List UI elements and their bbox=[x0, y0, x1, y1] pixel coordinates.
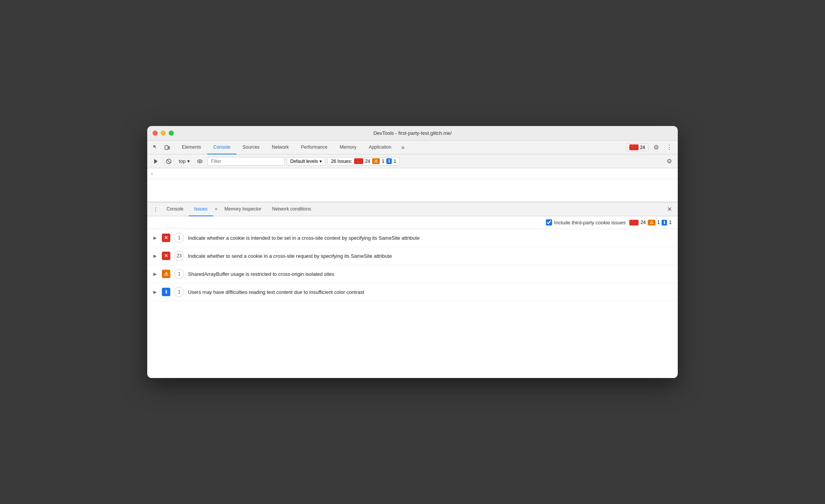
window-title: DevTools - first-party-test.glitch.me/ bbox=[373, 130, 452, 136]
svg-line-4 bbox=[167, 160, 170, 163]
maximize-button[interactable] bbox=[169, 131, 174, 136]
pill-error-badge: 🚫 bbox=[354, 158, 363, 164]
issue-row[interactable]: ▶ ✕ 1 Indicate whether a cookie is inten… bbox=[147, 229, 678, 247]
issue-count-bubble: 1 bbox=[174, 233, 184, 243]
tab-sources[interactable]: Sources bbox=[236, 141, 266, 154]
live-expression-button[interactable] bbox=[195, 156, 205, 167]
issue-row[interactable]: ▶ ✕ 23 Indicate whether to send a cookie… bbox=[147, 247, 678, 265]
expand-chevron[interactable]: › bbox=[151, 171, 153, 176]
issues-toolbar: Include third-party cookie issues 🚫 24 ⚠… bbox=[147, 216, 678, 229]
drawer-tab-console[interactable]: Console bbox=[161, 202, 189, 216]
device-toolbar-button[interactable] bbox=[162, 142, 173, 153]
error-count: 24 bbox=[640, 145, 645, 150]
drawer-tab-issues[interactable]: Issues bbox=[189, 202, 213, 216]
tab-console[interactable]: Console bbox=[207, 141, 236, 154]
more-options-button[interactable]: ⋮ bbox=[664, 142, 675, 153]
issues-count-right: 🚫 24 ⚠ 1 ℹ 1 bbox=[629, 220, 672, 225]
minimize-button[interactable] bbox=[161, 131, 166, 136]
issue-expand-chevron: ▶ bbox=[153, 272, 158, 277]
devtools-window: DevTools - first-party-test.glitch.me/ bbox=[147, 126, 678, 378]
issues-warning-badge: ⚠ bbox=[648, 220, 655, 225]
issue-count-bubble: 1 bbox=[174, 269, 184, 279]
issue-text: SharedArrayBuffer usage is restricted to… bbox=[188, 271, 672, 277]
issue-expand-chevron: ▶ bbox=[153, 254, 158, 259]
drawer-tab-memory-inspector[interactable]: Memory Inspector bbox=[219, 202, 267, 216]
issue-row[interactable]: ▶ ℹ 1 Users may have difficulties readin… bbox=[147, 283, 678, 301]
console-toolbar: top ▾ Default levels ▾ 26 Issues: 🚫 24 ⚠… bbox=[147, 154, 678, 168]
svg-rect-0 bbox=[165, 146, 168, 149]
issues-pill[interactable]: 26 Issues: 🚫 24 ⚠ 1 ℹ 1 bbox=[328, 157, 399, 166]
close-issues-tab-button[interactable]: ✕ bbox=[213, 206, 219, 212]
tab-application[interactable]: Application bbox=[363, 141, 398, 154]
console-settings-button[interactable]: ⚙ bbox=[664, 156, 675, 167]
third-party-checkbox[interactable] bbox=[546, 219, 552, 225]
more-tabs-button[interactable]: » bbox=[398, 142, 408, 153]
error-badge: 🚫 bbox=[629, 144, 639, 150]
pill-info-badge: ℹ bbox=[386, 158, 392, 164]
issue-text: Indicate whether a cookie is intended to… bbox=[188, 235, 672, 241]
devtools-content: Elements Console Sources Network Perform… bbox=[147, 141, 678, 378]
tab-elements[interactable]: Elements bbox=[176, 141, 207, 154]
pill-warning-badge: ⚠ bbox=[372, 158, 380, 164]
titlebar: DevTools - first-party-test.glitch.me/ bbox=[147, 126, 678, 141]
drawer-tab-bar: ⋮ Console Issues ✕ Memory Inspector Netw… bbox=[147, 202, 678, 216]
issue-count-bubble: 1 bbox=[174, 287, 184, 297]
issue-expand-chevron: ▶ bbox=[153, 290, 158, 295]
console-expand-row: › bbox=[147, 168, 678, 179]
console-area bbox=[147, 179, 678, 202]
svg-point-6 bbox=[199, 161, 201, 162]
close-drawer-button[interactable]: ✕ bbox=[664, 204, 675, 215]
traffic-lights bbox=[153, 131, 174, 136]
close-button[interactable] bbox=[153, 131, 158, 136]
tab-memory[interactable]: Memory bbox=[334, 141, 363, 154]
issues-error-badge: 🚫 bbox=[629, 220, 639, 225]
issue-expand-chevron: ▶ bbox=[153, 235, 158, 240]
context-selector[interactable]: top ▾ bbox=[176, 158, 192, 165]
top-tab-bar: Elements Console Sources Network Perform… bbox=[147, 141, 678, 154]
tab-performance[interactable]: Performance bbox=[295, 141, 334, 154]
settings-button[interactable]: ⚙ bbox=[651, 142, 662, 153]
issue-text: Users may have difficulties reading text… bbox=[188, 289, 672, 295]
filter-input[interactable] bbox=[208, 157, 284, 166]
devtools-icons bbox=[150, 142, 173, 153]
run-script-button[interactable] bbox=[150, 156, 161, 167]
tab-network[interactable]: Network bbox=[266, 141, 295, 154]
issue-count-bubble: 23 bbox=[174, 251, 184, 261]
issue-warning-icon: ⚠ bbox=[162, 270, 170, 278]
issue-text: Indicate whether to send a cookie in a c… bbox=[188, 253, 672, 259]
issues-info-badge: ℹ bbox=[662, 220, 667, 225]
third-party-checkbox-label[interactable]: Include third-party cookie issues bbox=[546, 219, 626, 225]
svg-rect-1 bbox=[168, 147, 170, 149]
clear-console-button[interactable] bbox=[163, 156, 174, 167]
issues-counter-button[interactable]: 🚫 24 bbox=[626, 143, 649, 151]
issue-error-icon: ✕ bbox=[162, 234, 170, 242]
top-tabs-right: 🚫 24 ⚙ ⋮ bbox=[626, 142, 675, 153]
inspect-element-button[interactable] bbox=[150, 142, 161, 153]
drawer-tab-network-conditions[interactable]: Network conditions bbox=[267, 202, 316, 216]
issue-row[interactable]: ▶ ⚠ 1 SharedArrayBuffer usage is restric… bbox=[147, 265, 678, 283]
log-levels-button[interactable]: Default levels ▾ bbox=[287, 157, 325, 166]
issues-empty-space bbox=[147, 301, 678, 378]
drawer-more-button[interactable]: ⋮ bbox=[150, 204, 161, 215]
lower-panel: ⋮ Console Issues ✕ Memory Inspector Netw… bbox=[147, 202, 678, 378]
issue-error-icon: ✕ bbox=[162, 252, 170, 260]
svg-marker-2 bbox=[154, 159, 158, 164]
issue-info-icon: ℹ bbox=[162, 288, 170, 296]
